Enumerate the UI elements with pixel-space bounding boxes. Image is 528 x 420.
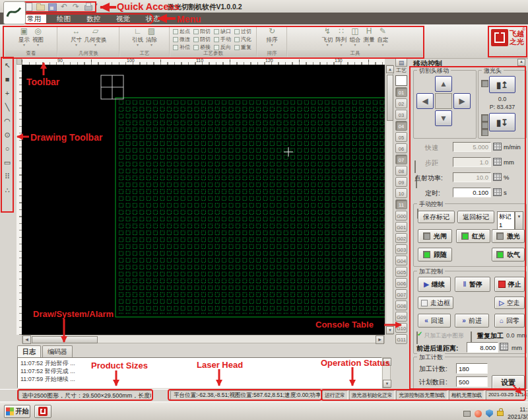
scroll-down-icon[interactable]: [383, 380, 391, 388]
plan-field[interactable]: 500: [456, 376, 488, 387]
layer-button[interactable]: G05: [395, 267, 407, 277]
fast-checkbox[interactable]: [414, 160, 416, 173]
point-icon[interactable]: +: [2, 87, 13, 100]
dot-matrix-icon[interactable]: ⠿: [2, 170, 13, 183]
jog-right-button[interactable]: ▶: [453, 93, 471, 109]
circle-center-icon[interactable]: ⊙: [2, 128, 13, 141]
process-parameter-item[interactable]: 微连: [173, 36, 193, 43]
forward-button[interactable]: »前进: [455, 314, 489, 328]
tray-update-icon[interactable]: [475, 410, 482, 417]
layer-button[interactable]: G11: [395, 334, 407, 344]
geometry-transform-button[interactable]: ▱几何变换: [84, 26, 107, 51]
app-logo-icon[interactable]: [3, 1, 26, 24]
layer-button[interactable]: G10: [395, 323, 407, 333]
size-button[interactable]: ↔尺寸: [71, 26, 82, 51]
start-button[interactable]: 开始: [4, 405, 30, 418]
air-blow-toggle[interactable]: 吹气: [492, 248, 525, 262]
pause-button[interactable]: ‖暂停: [455, 277, 490, 292]
process-parameter-item[interactable]: 过切: [234, 28, 255, 35]
process-parameter-item[interactable]: 阴切: [193, 36, 214, 43]
combine-button[interactable]: ◫组合: [349, 26, 361, 51]
layer-button[interactable]: G04: [395, 256, 407, 265]
step-field[interactable]: 1.0: [453, 157, 491, 167]
keypad-icon[interactable]: [500, 343, 508, 351]
canvas-vertical-scrollbar[interactable]: [385, 65, 393, 335]
tray-lock-icon[interactable]: [497, 411, 504, 416]
layer-button[interactable]: G09: [395, 312, 407, 322]
process-parameter-item[interactable]: 缺口: [214, 28, 234, 35]
vertical-scroll-thumb[interactable]: [387, 75, 393, 121]
layer-button[interactable]: G03: [395, 244, 407, 254]
layer-button[interactable]: G00: [395, 211, 407, 221]
lead-line-button[interactable]: ∟引线: [132, 26, 144, 51]
jog-down-button[interactable]: ▼: [435, 110, 452, 126]
jog-left-button[interactable]: ◀: [416, 93, 434, 109]
walk-frame-button[interactable]: 走边框: [418, 297, 453, 309]
fast-speed-field[interactable]: 5.000: [453, 142, 491, 152]
menu-tab[interactable]: 数控: [81, 13, 106, 25]
fly-cut-button[interactable]: ↯飞切: [321, 26, 333, 51]
layer-button[interactable]: G08: [395, 300, 407, 310]
jog-up-button[interactable]: ▲: [435, 76, 452, 92]
custom-button[interactable]: ✎自定: [377, 26, 389, 51]
process-parameter-item[interactable]: 阳切: [193, 28, 214, 35]
layers-icon[interactable]: ▤: [395, 58, 407, 67]
keypad-icon[interactable]: [493, 173, 502, 181]
taskbar-clock[interactable]: 11:14 2021/3/25: [508, 406, 528, 420]
layer-button[interactable]: 10: [395, 188, 407, 198]
horizontal-scroll-thumb[interactable]: [32, 336, 98, 343]
set-button[interactable]: 设置: [492, 375, 525, 390]
panel-collapse-icon[interactable]: ▲: [517, 59, 525, 66]
save-mark-button[interactable]: 保存标记: [418, 211, 455, 223]
layer-button[interactable]: 07: [395, 155, 407, 164]
rectangle-icon[interactable]: ▭: [2, 156, 13, 169]
process-parameter-item[interactable]: 汽化: [234, 36, 255, 43]
process-parameter-item[interactable]: 手动: [214, 36, 234, 43]
timer-field[interactable]: 0.100: [453, 188, 491, 197]
redo-icon[interactable]: [71, 2, 81, 11]
log-scrollbar[interactable]: [382, 357, 391, 388]
mark-select[interactable]: 标记1 ▼: [497, 211, 523, 230]
scroll-left-icon[interactable]: [22, 335, 31, 344]
backward-button[interactable]: «回退: [418, 314, 451, 328]
laser-toggle[interactable]: 激光: [492, 229, 525, 243]
layer-button[interactable]: 02: [395, 98, 407, 108]
menu-tab[interactable]: 状态: [141, 13, 165, 25]
display-button[interactable]: ▣显示: [18, 26, 30, 51]
tray-input-icon[interactable]: [463, 411, 471, 417]
layer-button[interactable]: G02: [395, 233, 407, 243]
stop-button[interactable]: 停止: [494, 277, 525, 292]
array-button[interactable]: ∷阵列: [335, 26, 347, 51]
count-field[interactable]: 180: [456, 363, 488, 374]
layer-button[interactable]: 11: [395, 199, 407, 209]
select-icon[interactable]: ↖: [2, 59, 13, 72]
circle-icon[interactable]: ○: [2, 142, 13, 155]
keypad-icon[interactable]: [493, 158, 502, 166]
layer-button[interactable]: 09: [395, 177, 407, 187]
menu-tab[interactable]: 视觉: [111, 13, 135, 25]
undo-icon[interactable]: [59, 2, 69, 11]
app-taskbar-button[interactable]: [34, 405, 51, 418]
scatter-icon[interactable]: ∴: [2, 184, 13, 197]
layer-button[interactable]: G01: [395, 222, 407, 232]
fill-icon[interactable]: ■: [2, 73, 13, 86]
line-icon[interactable]: ╲: [2, 100, 13, 114]
continue-button[interactable]: ▶继续: [418, 277, 451, 292]
measure-button[interactable]: H测量: [363, 26, 375, 51]
keypad-icon[interactable]: [493, 143, 502, 151]
layer-button[interactable]: 03: [395, 110, 407, 120]
print-icon[interactable]: [83, 2, 93, 11]
chevron-down-icon[interactable]: ▼: [515, 211, 523, 230]
scroll-right-icon[interactable]: [376, 335, 384, 344]
laser-head-up-button[interactable]: ▮↥: [489, 76, 515, 93]
layer-button[interactable]: 06: [395, 143, 407, 153]
layer-button[interactable]: 05: [395, 132, 407, 142]
process-parameter-item[interactable]: 起点: [173, 28, 193, 35]
layer-color-swatch[interactable]: [395, 75, 407, 86]
clear-button[interactable]: ▨清除: [146, 26, 158, 51]
save-icon[interactable]: [48, 2, 57, 11]
dry-run-button[interactable]: ▷空走: [494, 297, 525, 309]
arc-icon[interactable]: ◠: [2, 114, 13, 127]
canvas-horizontal-scrollbar[interactable]: [22, 335, 385, 343]
laser-head-down-button[interactable]: ▮↧: [489, 113, 515, 131]
